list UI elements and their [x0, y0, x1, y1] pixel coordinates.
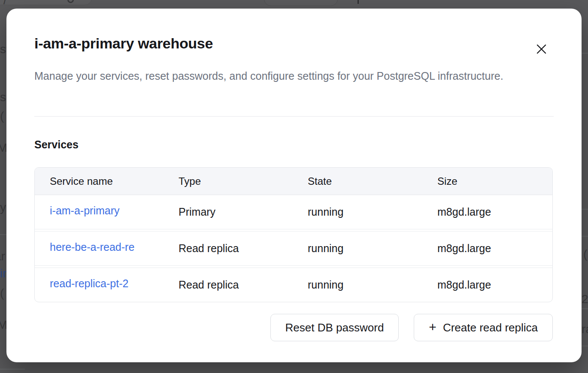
- background-divider: [0, 234, 7, 235]
- background-text-fragment: (: [0, 287, 4, 299]
- background-text-fragment: ra: [582, 323, 588, 335]
- background-text-fragment: (: [583, 248, 587, 260]
- divider: [34, 116, 554, 117]
- service-link[interactable]: here-be-a-read-re: [50, 241, 134, 253]
- background-slash-glyph: /: [3, 0, 6, 7]
- background-text-fragment: ar: [0, 250, 5, 262]
- modal-title: i-am-a-primary warehouse: [34, 35, 213, 52]
- reset-db-password-label: Reset DB password: [285, 321, 384, 334]
- services-section-title: Services: [34, 138, 79, 151]
- reset-db-password-button[interactable]: Reset DB password: [270, 314, 399, 341]
- background-caret: [358, 0, 359, 4]
- create-read-replica-button[interactable]: + Create read replica: [414, 314, 553, 341]
- modal-actions: Reset DB password + Create read replica: [270, 314, 553, 341]
- table-row: read-replica-pt-2 Read replica running m…: [35, 268, 552, 302]
- modal-description: Manage your services, reset passwords, a…: [34, 67, 528, 85]
- column-header-state: State: [293, 175, 422, 187]
- table-row: i-am-a-primary Primary running m8gd.larg…: [35, 195, 552, 229]
- service-type: Primary: [164, 206, 293, 218]
- background-divider: [582, 209, 588, 210]
- background-divider: [582, 308, 588, 309]
- service-link[interactable]: i-am-a-primary: [50, 205, 120, 217]
- close-button[interactable]: [532, 39, 551, 58]
- column-header-type: Type: [164, 175, 293, 187]
- service-size: m8gd.large: [422, 242, 552, 255]
- background-pill: [264, 0, 338, 6]
- background-divider: [582, 236, 588, 237]
- service-type: Read replica: [164, 279, 293, 291]
- service-state: running: [293, 242, 422, 255]
- service-type: Read replica: [164, 242, 293, 255]
- service-state: running: [293, 279, 422, 291]
- services-table: Service name Type State Size i-am-a-prim…: [34, 167, 553, 302]
- service-state: running: [293, 206, 422, 218]
- table-header-row: Service name Type State Size: [35, 168, 552, 195]
- background-text-fragment: s: [0, 91, 6, 103]
- column-header-size: Size: [422, 175, 552, 187]
- service-size: m8gd.large: [422, 206, 552, 218]
- background-text-fragment: y: [0, 202, 6, 214]
- background-divider: [582, 346, 588, 346]
- create-read-replica-label: Create read replica: [443, 321, 538, 334]
- background-text-fragment: (: [0, 110, 4, 122]
- close-icon: [536, 44, 546, 54]
- column-header-service-name: Service name: [35, 175, 164, 187]
- warehouse-modal: i-am-a-primary warehouse Manage your ser…: [6, 9, 582, 362]
- background-text-fragment: 2): [582, 293, 588, 305]
- background-tab: [0, 0, 92, 5]
- plus-icon: +: [429, 321, 436, 334]
- background-divider: [0, 369, 25, 370]
- table-row: here-be-a-read-re Read replica running m…: [35, 232, 552, 265]
- service-size: m8gd.large: [422, 279, 552, 291]
- background-divider: [582, 53, 588, 54]
- service-link[interactable]: read-replica-pt-2: [50, 277, 128, 290]
